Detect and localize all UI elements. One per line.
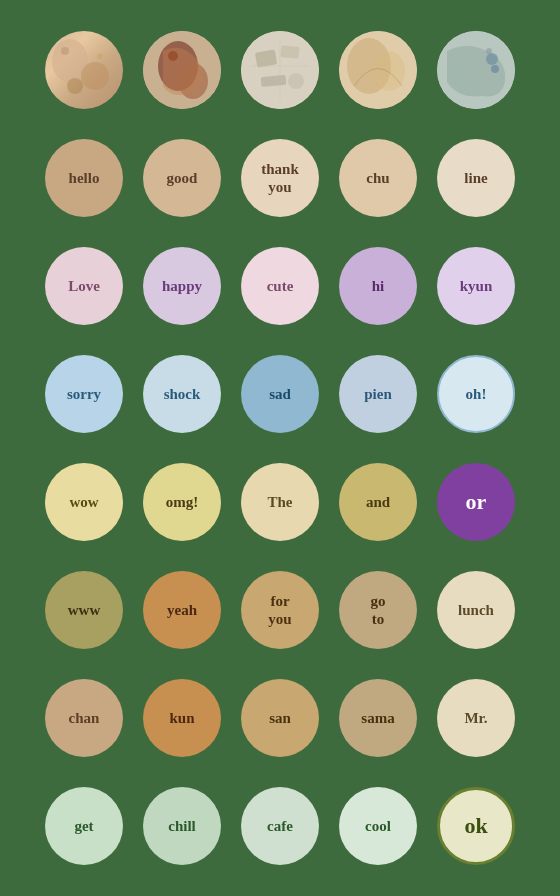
circle-chan[interactable]: chan	[45, 679, 123, 757]
circle-san[interactable]: san	[241, 679, 319, 757]
circle-and[interactable]: and	[339, 463, 417, 541]
label-happy: happy	[162, 277, 202, 295]
svg-point-14	[288, 73, 304, 89]
label-line: line	[464, 169, 487, 187]
circle-sorry[interactable]: sorry	[45, 355, 123, 433]
circle-art5[interactable]	[437, 31, 515, 109]
circle-art3[interactable]	[241, 31, 319, 109]
cell-wow[interactable]: wow	[39, 452, 129, 552]
circle-foryou[interactable]: for you	[241, 571, 319, 649]
circle-line[interactable]: line	[437, 139, 515, 217]
circle-wow[interactable]: wow	[45, 463, 123, 541]
cell-sama[interactable]: sama	[333, 668, 423, 768]
circle-chu[interactable]: chu	[339, 139, 417, 217]
cell-sorry[interactable]: sorry	[39, 344, 129, 444]
circle-mr[interactable]: Mr.	[437, 679, 515, 757]
label-hello: hello	[69, 169, 100, 187]
circle-cute[interactable]: cute	[241, 247, 319, 325]
circle-omg[interactable]: omg!	[143, 463, 221, 541]
cell-art2[interactable]	[137, 20, 227, 120]
cell-lunch[interactable]: lunch	[431, 560, 521, 660]
label-wow: wow	[69, 493, 98, 511]
svg-point-9	[168, 51, 178, 61]
circle-good[interactable]: good	[143, 139, 221, 217]
cell-thankyou[interactable]: thank you	[235, 128, 325, 228]
svg-point-3	[67, 78, 83, 94]
circle-www[interactable]: www	[45, 571, 123, 649]
circle-thankyou[interactable]: thank you	[241, 139, 319, 217]
circle-love[interactable]: Love	[45, 247, 123, 325]
cell-www[interactable]: www	[39, 560, 129, 660]
cell-foryou[interactable]: for you	[235, 560, 325, 660]
cell-oh[interactable]: oh!	[431, 344, 521, 444]
label-chill: chill	[168, 817, 196, 835]
cell-love[interactable]: Love	[39, 236, 129, 336]
svg-rect-12	[281, 45, 300, 59]
circle-oh[interactable]: oh!	[437, 355, 515, 433]
svg-point-23	[486, 48, 492, 54]
circle-hello[interactable]: hello	[45, 139, 123, 217]
cell-the[interactable]: The	[235, 452, 325, 552]
label-foryou: for you	[268, 592, 291, 628]
label-kyun: kyun	[460, 277, 493, 295]
circle-kyun[interactable]: kyun	[437, 247, 515, 325]
circle-the[interactable]: The	[241, 463, 319, 541]
cell-get[interactable]: get	[39, 776, 129, 876]
cell-hi[interactable]: hi	[333, 236, 423, 336]
cell-shock[interactable]: shock	[137, 344, 227, 444]
cell-chu[interactable]: chu	[333, 128, 423, 228]
circle-ok[interactable]: ok	[437, 787, 515, 865]
cell-san[interactable]: san	[235, 668, 325, 768]
cell-kyun[interactable]: kyun	[431, 236, 521, 336]
cell-happy[interactable]: happy	[137, 236, 227, 336]
cell-art1[interactable]	[39, 20, 129, 120]
circle-shock[interactable]: shock	[143, 355, 221, 433]
cell-chill[interactable]: chill	[137, 776, 227, 876]
cell-sad[interactable]: sad	[235, 344, 325, 444]
cell-or[interactable]: or	[431, 452, 521, 552]
circle-cool[interactable]: cool	[339, 787, 417, 865]
cell-cute[interactable]: cute	[235, 236, 325, 336]
label-san: san	[269, 709, 291, 727]
circle-sad[interactable]: sad	[241, 355, 319, 433]
cell-chan[interactable]: chan	[39, 668, 129, 768]
cell-omg[interactable]: omg!	[137, 452, 227, 552]
cell-cool[interactable]: cool	[333, 776, 423, 876]
cell-yeah[interactable]: yeah	[137, 560, 227, 660]
circle-kun[interactable]: kun	[143, 679, 221, 757]
circle-art4[interactable]	[339, 31, 417, 109]
cell-good[interactable]: good	[137, 128, 227, 228]
label-hi: hi	[372, 277, 385, 295]
label-thankyou: thank you	[261, 160, 299, 196]
circle-happy[interactable]: happy	[143, 247, 221, 325]
circle-pien[interactable]: pien	[339, 355, 417, 433]
circle-art2[interactable]	[143, 31, 221, 109]
circle-get[interactable]: get	[45, 787, 123, 865]
cell-art4[interactable]	[333, 20, 423, 120]
cell-line[interactable]: line	[431, 128, 521, 228]
cell-and[interactable]: and	[333, 452, 423, 552]
label-omg: omg!	[166, 493, 199, 511]
cell-goto[interactable]: go to	[333, 560, 423, 660]
cell-kun[interactable]: kun	[137, 668, 227, 768]
circle-yeah[interactable]: yeah	[143, 571, 221, 649]
circle-or[interactable]: or	[437, 463, 515, 541]
cell-cafe[interactable]: cafe	[235, 776, 325, 876]
cell-mr[interactable]: Mr.	[431, 668, 521, 768]
circle-lunch[interactable]: lunch	[437, 571, 515, 649]
circle-goto[interactable]: go to	[339, 571, 417, 649]
cell-art3[interactable]	[235, 20, 325, 120]
circle-hi[interactable]: hi	[339, 247, 417, 325]
cell-pien[interactable]: pien	[333, 344, 423, 444]
circle-chill[interactable]: chill	[143, 787, 221, 865]
circle-art1[interactable]	[45, 31, 123, 109]
label-get: get	[74, 817, 93, 835]
circle-cafe[interactable]: cafe	[241, 787, 319, 865]
cell-hello[interactable]: hello	[39, 128, 129, 228]
label-cool: cool	[365, 817, 391, 835]
label-chu: chu	[366, 169, 389, 187]
cell-art5[interactable]	[431, 20, 521, 120]
circle-sama[interactable]: sama	[339, 679, 417, 757]
cell-ok[interactable]: ok	[431, 776, 521, 876]
label-yeah: yeah	[167, 601, 197, 619]
